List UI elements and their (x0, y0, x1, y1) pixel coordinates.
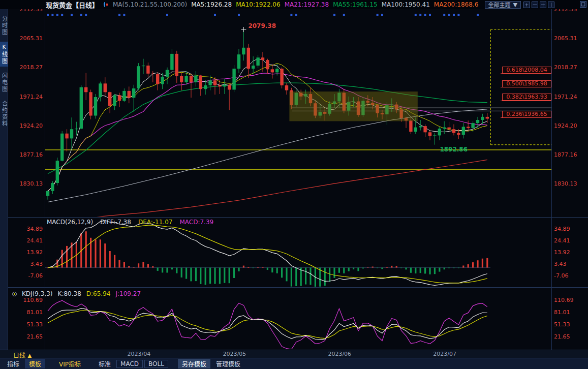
chart-type-sidebar: 分时图K线图闪电图合约资料 (0, 9, 8, 350)
event-marker-dot[interactable] (377, 14, 379, 16)
dea-line (48, 225, 487, 283)
ma-value: MA55:1961.15 (333, 1, 378, 8)
kdj-header: KDJ(9,3,3) K:80.38 D:65.94 J:109.27 (12, 290, 141, 297)
ma-value: MA10:1922.06 (236, 1, 281, 8)
event-marker-dot[interactable] (118, 14, 120, 16)
event-marker-dot[interactable] (61, 14, 63, 16)
event-marker-dot[interactable] (415, 14, 417, 16)
ma-value: MA100:1950.41 (382, 1, 430, 8)
kdj-title[interactable]: KDJ(9,3,3) (22, 290, 53, 297)
chevron-down-icon: ▼ (513, 2, 517, 8)
bottom-tab-1[interactable]: 模板 (25, 359, 45, 368)
ma-group-label: MA(5,10,21,55,100,200) (113, 1, 187, 8)
bottom-tab-2[interactable]: VIP指标 (55, 359, 85, 368)
event-marker-dot[interactable] (477, 14, 479, 16)
event-marker-dot[interactable] (51, 14, 53, 16)
sidebar-tab-2[interactable]: 闪电图 (0, 71, 8, 95)
event-marker-dot[interactable] (80, 14, 82, 16)
candlestick-series (46, 29, 489, 200)
event-marker-dot[interactable] (85, 14, 87, 16)
ma-value: MA21:1927.38 (285, 1, 329, 8)
macd-macd-value: MACD:7.39 (179, 219, 213, 226)
ma-values: MA5:1926.28MA10:1922.06MA21:1927.38MA55:… (191, 1, 478, 8)
kdj-panel-layer (48, 300, 487, 349)
symbol-title: 现货黄金【日线】 (46, 0, 99, 10)
event-marker-dot[interactable] (333, 14, 335, 16)
main-chart-layer (45, 27, 551, 221)
split-vertical-icon[interactable] (548, 2, 554, 8)
event-marker-dot[interactable] (424, 14, 426, 16)
j-line (48, 300, 487, 349)
kdj-k-value: K:80.38 (58, 290, 81, 297)
macd-header: MACD(26,12,9) DIFF:-7.38 DEA:-11.07 MACD… (47, 219, 213, 226)
bottom-tab-7[interactable]: 管理模板 (212, 359, 244, 368)
event-marker-dot[interactable] (238, 14, 240, 16)
d-line (48, 310, 487, 339)
macd-dea-value: DEA:-11.07 (138, 219, 173, 226)
macd-title[interactable]: MACD(26,12,9) (47, 219, 93, 226)
chart-canvas[interactable] (0, 0, 588, 369)
event-marker-dot[interactable] (295, 14, 297, 16)
macd-diff-value: DIFF:-7.38 (100, 219, 131, 226)
bottom-tab-3[interactable]: 标准 (95, 359, 115, 368)
event-marker-dot[interactable] (457, 14, 459, 16)
highlight-zone-rect (289, 91, 417, 121)
ma-value: MA200:1868.6 (434, 1, 479, 8)
ma5-line (48, 59, 487, 191)
kdj-d-value: D:65.94 (86, 290, 111, 297)
bottom-tab-4[interactable]: MACD (116, 360, 143, 368)
event-marker-dot[interactable] (290, 14, 292, 16)
macd-histogram (47, 231, 488, 287)
event-marker-dot[interactable] (453, 14, 455, 16)
event-marker-dot[interactable] (214, 14, 216, 16)
sidebar-tab-0[interactable]: 分时图 (0, 14, 8, 38)
event-marker-dot[interactable] (443, 14, 445, 16)
event-marker-dot[interactable] (381, 14, 383, 16)
macd-panel-layer (45, 221, 490, 287)
theme-selector[interactable]: 全部主题 ▼ (485, 1, 521, 9)
bottom-toolbar: 指标模板VIP指标标准MACDBOLL另存模板管理模板 (0, 358, 588, 369)
event-marker-dot[interactable] (343, 14, 345, 16)
ma200-line (48, 160, 487, 221)
event-marker-dot[interactable] (166, 14, 168, 16)
grid-quad-icon[interactable] (540, 2, 546, 8)
ma21-line (48, 73, 487, 191)
theme-selector-label: 全部主题 (488, 1, 511, 9)
add-pane-icon[interactable] (523, 2, 530, 8)
bottom-tab-5[interactable]: BOLL (144, 360, 168, 368)
maximize-icon[interactable] (580, 1, 586, 8)
ma100-line (48, 109, 487, 202)
trading-app: 现货黄金【日线】 MA(5,10,21,55,100,200) MA5:1926… (0, 0, 588, 369)
diff-line (48, 221, 487, 286)
kline-icon (103, 2, 109, 8)
sidebar-tab-3[interactable]: 合约资料 (0, 99, 8, 129)
bottom-tab-0[interactable]: 指标 (3, 359, 23, 368)
event-marker-dot[interactable] (56, 14, 58, 16)
chart-header: 现货黄金【日线】 MA(5,10,21,55,100,200) MA5:1926… (0, 0, 588, 9)
bottom-tab-6[interactable]: 另存模板 (178, 359, 210, 368)
layout-icons (523, 2, 554, 8)
sidebar-tab-1[interactable]: K线图 (0, 42, 8, 67)
time-axis: 日线 ▲ (0, 350, 588, 358)
split-horizontal-icon[interactable] (532, 2, 538, 8)
event-marker-dot[interactable] (123, 14, 125, 16)
event-marker-dot[interactable] (71, 14, 73, 16)
ma-value: MA5:1926.28 (191, 1, 232, 8)
event-marker-dot[interactable] (419, 14, 421, 16)
kdj-j-value: J:109.27 (115, 290, 141, 297)
event-marker-dot[interactable] (448, 14, 450, 16)
event-marker-dot[interactable] (429, 14, 431, 16)
event-marker-dot[interactable] (47, 14, 49, 16)
indicator-badge-icon[interactable] (12, 292, 17, 296)
k-line (48, 309, 487, 340)
